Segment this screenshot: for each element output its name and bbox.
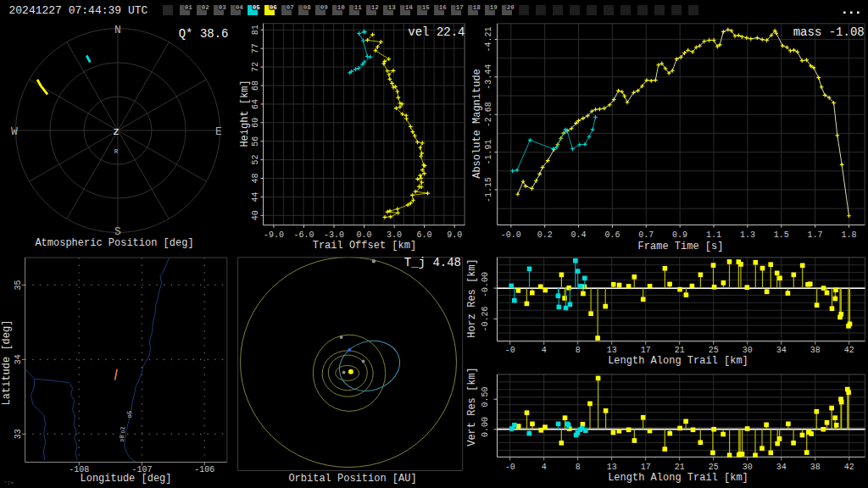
svg-text:-2.68: -2.68 (484, 102, 493, 127)
svg-text:vel 22.4: vel 22.4 (408, 25, 465, 39)
svg-text:21: 21 (675, 346, 685, 355)
svg-text:Latitude [deg]: Latitude [deg] (1, 320, 13, 406)
svg-text:15: 15 (422, 4, 431, 11)
svg-text:04: 04 (236, 4, 244, 11)
svg-text:1.3: 1.3 (740, 230, 755, 240)
svg-text:-0.26: -0.26 (481, 306, 490, 331)
svg-text:42: 42 (844, 346, 854, 355)
svg-text:0.0: 0.0 (356, 230, 371, 240)
svg-text:35: 35 (14, 280, 23, 290)
svg-text:Frame Time [s]: Frame Time [s] (638, 241, 724, 252)
svg-text:44: 44 (251, 191, 260, 202)
svg-text:-0: -0 (505, 463, 515, 472)
svg-text:08: 08 (303, 4, 312, 11)
svg-text:Q* 38.6: Q* 38.6 (179, 27, 229, 41)
svg-text:42: 42 (844, 463, 854, 472)
svg-text:-1.91: -1.91 (484, 140, 493, 165)
svg-text:0.2: 0.2 (537, 230, 553, 240)
svg-text:R: R (114, 148, 119, 155)
svg-text:03: 03 (219, 4, 227, 11)
svg-text:21: 21 (675, 463, 685, 472)
svg-text:1.7: 1.7 (808, 230, 823, 240)
svg-text:W: W (11, 125, 18, 138)
svg-text:38: 38 (810, 463, 821, 472)
svg-text:77: 77 (251, 43, 260, 53)
svg-text:13: 13 (388, 4, 397, 11)
svg-text:72: 72 (251, 62, 260, 72)
svg-text:17: 17 (641, 463, 651, 472)
svg-text:40: 40 (251, 210, 260, 220)
svg-text:13: 13 (607, 346, 617, 355)
svg-text:Horz Res [km]: Horz Res [km] (466, 258, 478, 338)
svg-text:-1.15: -1.15 (484, 177, 493, 202)
svg-text:-4.21: -4.21 (484, 26, 493, 52)
svg-text:Longitude [deg]: Longitude [deg] (80, 473, 171, 485)
svg-text:-0: -0 (505, 346, 515, 355)
svg-text:30: 30 (743, 346, 753, 355)
svg-text:30: 30 (743, 463, 753, 472)
svg-text:06: 06 (270, 4, 278, 11)
svg-text:17: 17 (456, 4, 464, 11)
svg-text:S: S (114, 225, 121, 238)
svg-text:Z: Z (114, 127, 120, 137)
svg-text:0.6: 0.6 (604, 230, 620, 240)
svg-text:1.8: 1.8 (841, 230, 856, 240)
svg-text:0.9: 0.9 (672, 230, 687, 240)
svg-text:11: 11 (354, 4, 363, 11)
svg-text:60: 60 (251, 118, 260, 128)
svg-text:mass -1.08: mass -1.08 (793, 25, 865, 39)
svg-text:20: 20 (507, 4, 515, 11)
svg-text:-0.00: -0.00 (481, 272, 490, 297)
svg-text:1.5: 1.5 (774, 230, 789, 240)
svg-text:-6.0: -6.0 (293, 230, 314, 240)
svg-text:o8: o8 (120, 435, 125, 442)
svg-text:E: E (215, 125, 222, 138)
svg-text:16: 16 (439, 4, 448, 11)
svg-text:Orbital Position [AU]: Orbital Position [AU] (288, 473, 416, 485)
svg-text:10: 10 (337, 4, 346, 11)
svg-text:8: 8 (576, 463, 581, 472)
svg-text:0.7: 0.7 (638, 230, 654, 240)
svg-text:8: 8 (576, 346, 581, 355)
svg-text:02: 02 (202, 4, 210, 11)
svg-text:Vert Res [km]: Vert Res [km] (466, 367, 478, 446)
svg-text:6.0: 6.0 (417, 230, 432, 240)
svg-text:Length Along Trail [km]: Length Along Trail [km] (608, 472, 748, 484)
svg-text:3.0: 3.0 (387, 230, 402, 240)
svg-text:14: 14 (405, 4, 414, 11)
svg-text:-3.0: -3.0 (324, 230, 344, 240)
svg-text:-3.44: -3.44 (484, 64, 493, 90)
svg-text:19: 19 (490, 4, 498, 11)
svg-text:20241227 07:44:39 UTC: 20241227 07:44:39 UTC (9, 4, 148, 17)
svg-text:12: 12 (371, 4, 380, 11)
svg-text:o2: o2 (120, 427, 126, 434)
svg-text:17: 17 (641, 346, 651, 355)
svg-text:07: 07 (287, 4, 294, 11)
svg-text:05: 05 (253, 4, 261, 11)
svg-text:64: 64 (251, 99, 260, 109)
svg-text:38: 38 (810, 346, 821, 355)
svg-text:Trail Offset [km]: Trail Offset [km] (313, 240, 416, 252)
svg-text:48: 48 (251, 173, 260, 183)
svg-text:09: 09 (320, 4, 329, 11)
svg-text:T_j 4.48: T_j 4.48 (404, 256, 461, 269)
svg-text:4: 4 (542, 463, 547, 472)
svg-text:Atmospheric Position [deg]: Atmospheric Position [deg] (35, 237, 193, 249)
svg-text:Height [km]: Height [km] (239, 80, 251, 147)
svg-text:18: 18 (473, 4, 481, 11)
svg-text:9.0: 9.0 (447, 230, 462, 240)
svg-text:34: 34 (14, 354, 23, 364)
svg-text:13: 13 (607, 463, 617, 472)
svg-text:56: 56 (251, 136, 260, 147)
svg-text:01: 01 (185, 4, 193, 11)
svg-text:rjw: rjw (4, 480, 14, 485)
svg-text:4: 4 (542, 346, 547, 355)
svg-text:25: 25 (709, 463, 719, 472)
svg-text:0.4: 0.4 (570, 230, 586, 240)
svg-text:o5: o5 (126, 411, 133, 418)
svg-text:34: 34 (776, 463, 787, 472)
svg-text:1.1: 1.1 (706, 230, 721, 240)
svg-text:-0.0: -0.0 (501, 230, 521, 240)
svg-text:0.00: 0.00 (481, 417, 490, 437)
svg-text:-106: -106 (194, 465, 214, 474)
